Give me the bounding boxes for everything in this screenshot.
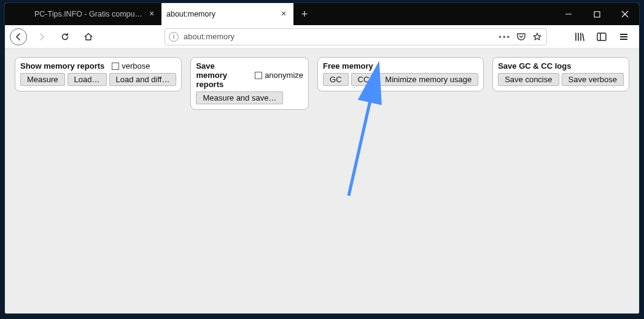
load-and-diff-button[interactable]: Load and diff… bbox=[109, 73, 177, 86]
tab-active[interactable]: about:memory × bbox=[161, 3, 293, 25]
svg-line-9 bbox=[349, 82, 374, 196]
back-icon bbox=[14, 33, 23, 41]
sidebar-icon bbox=[596, 31, 607, 42]
back-button[interactable] bbox=[10, 28, 27, 45]
svg-rect-1 bbox=[594, 12, 600, 17]
tab-label: PC-Tips.INFO - Gratis computer tips bbox=[34, 10, 143, 18]
reload-button[interactable] bbox=[56, 28, 74, 45]
tab-label: about:memory bbox=[166, 10, 275, 18]
load-button[interactable]: Load… bbox=[68, 73, 107, 86]
checkbox-label: verbose bbox=[122, 61, 150, 71]
maximize-icon bbox=[594, 11, 600, 18]
checkbox-label: anonymize bbox=[265, 71, 303, 80]
save-concise-button[interactable]: Save concise bbox=[498, 73, 559, 86]
url-text: about:memory bbox=[184, 32, 494, 41]
hamburger-icon bbox=[618, 31, 629, 42]
checkbox-icon bbox=[112, 63, 119, 70]
minimize-icon bbox=[565, 10, 572, 18]
browser-window: PC-Tips.INFO - Gratis computer tips × ab… bbox=[4, 2, 640, 314]
maximize-button[interactable] bbox=[583, 3, 611, 25]
forward-icon bbox=[37, 33, 46, 41]
close-icon[interactable]: × bbox=[279, 9, 289, 19]
home-icon bbox=[83, 32, 93, 42]
library-button[interactable] bbox=[573, 30, 586, 44]
url-bar[interactable]: i about:memory ••• bbox=[165, 28, 547, 45]
page-content: Show memory reports verbose Measure Load… bbox=[5, 48, 639, 313]
svg-rect-4 bbox=[597, 33, 606, 40]
save-verbose-button[interactable]: Save verbose bbox=[562, 73, 624, 86]
sidebar-button[interactable] bbox=[595, 30, 608, 44]
close-icon bbox=[621, 10, 629, 18]
toolbar: i about:memory ••• bbox=[5, 25, 639, 48]
panel-title: Save memory reports bbox=[196, 61, 247, 89]
home-button[interactable] bbox=[80, 28, 97, 45]
tab-strip: PC-Tips.INFO - Gratis computer tips × ab… bbox=[5, 3, 639, 25]
library-icon bbox=[574, 31, 585, 42]
info-icon[interactable]: i bbox=[169, 32, 179, 42]
panel-save-gc-cc-logs: Save GC & CC logs Save concise Save verb… bbox=[492, 57, 629, 91]
bookmark-star-icon[interactable] bbox=[532, 31, 543, 42]
forward-button[interactable] bbox=[33, 28, 50, 45]
panel-title: Free memory bbox=[323, 61, 373, 71]
gc-button[interactable]: GC bbox=[323, 73, 349, 86]
new-tab-button[interactable]: + bbox=[293, 3, 316, 25]
anonymize-checkbox[interactable]: anonymize bbox=[255, 71, 303, 80]
panel-title: Show memory reports bbox=[20, 61, 104, 71]
tabstrip-spacer bbox=[5, 3, 29, 25]
verbose-checkbox[interactable]: verbose bbox=[112, 61, 150, 71]
cc-button[interactable]: CC bbox=[351, 73, 376, 86]
app-menu-button[interactable] bbox=[617, 30, 630, 44]
close-button[interactable] bbox=[611, 3, 639, 25]
panel-save-memory-reports: Save memory reports anonymize Measure an… bbox=[190, 57, 309, 110]
panel-title: Save GC & CC logs bbox=[498, 61, 571, 71]
measure-and-save-button[interactable]: Measure and save… bbox=[196, 91, 283, 104]
pocket-icon[interactable] bbox=[516, 31, 527, 42]
close-icon[interactable]: × bbox=[147, 9, 157, 19]
window-controls bbox=[554, 3, 639, 25]
minimize-memory-usage-button[interactable]: Minimize memory usage bbox=[378, 73, 478, 86]
tab-inactive[interactable]: PC-Tips.INFO - Gratis computer tips × bbox=[29, 3, 161, 25]
panel-free-memory: Free memory GC CC Minimize memory usage bbox=[317, 57, 484, 91]
toolbar-right bbox=[573, 30, 630, 44]
checkbox-icon bbox=[255, 72, 262, 79]
minimize-button[interactable] bbox=[554, 3, 583, 25]
plus-icon: + bbox=[301, 8, 308, 21]
page-actions-icon[interactable]: ••• bbox=[499, 32, 511, 41]
reload-icon bbox=[60, 32, 70, 42]
panel-show-memory-reports: Show memory reports verbose Measure Load… bbox=[15, 57, 182, 91]
measure-button[interactable]: Measure bbox=[20, 73, 65, 86]
